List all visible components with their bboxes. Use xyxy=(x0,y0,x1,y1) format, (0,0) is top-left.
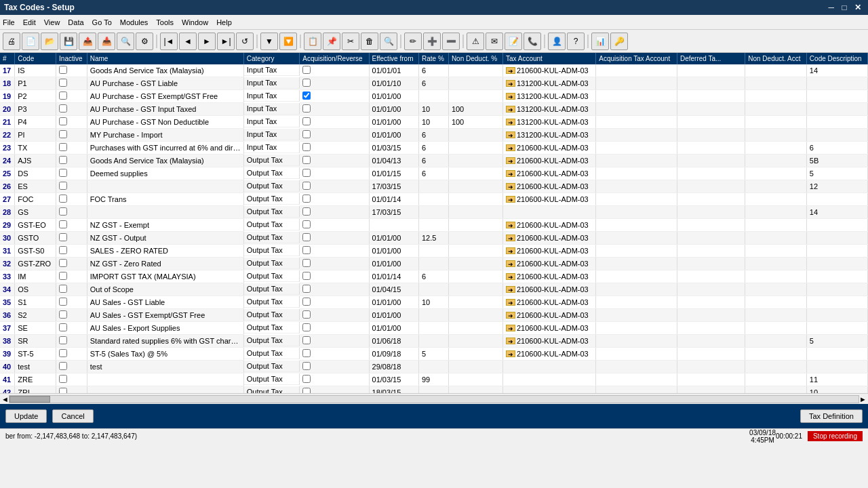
cell-inactive[interactable] xyxy=(56,193,87,206)
inactive-checkbox[interactable] xyxy=(59,79,67,87)
acquisition-checkbox[interactable] xyxy=(302,220,311,228)
cell-inactive[interactable] xyxy=(56,103,87,116)
acquisition-checkbox[interactable] xyxy=(302,388,311,393)
tax-account-arrow-icon[interactable]: ➜ xyxy=(506,325,515,331)
cell-inactive[interactable] xyxy=(56,142,87,155)
acquisition-checkbox[interactable] xyxy=(302,117,311,125)
acquisition-checkbox[interactable] xyxy=(302,310,311,319)
inactive-checkbox[interactable] xyxy=(59,298,67,306)
cell-acquisition[interactable] xyxy=(300,206,369,219)
copy-button[interactable]: 📋 xyxy=(304,33,321,50)
acquisition-checkbox[interactable] xyxy=(302,79,311,87)
help-button[interactable]: ? xyxy=(567,33,585,50)
cell-acquisition[interactable] xyxy=(300,373,369,386)
cell-acquisition[interactable] xyxy=(300,232,369,245)
cut-button[interactable]: ✂ xyxy=(342,33,359,50)
minimize-icon[interactable]: ─ xyxy=(829,3,835,12)
inactive-checkbox[interactable] xyxy=(59,375,67,383)
tax-account-arrow-icon[interactable]: ➜ xyxy=(506,235,515,241)
remove-button[interactable]: ➖ xyxy=(442,33,460,50)
stop-recording-button[interactable]: Stop recording xyxy=(808,431,863,441)
acquisition-checkbox[interactable] xyxy=(302,362,311,370)
export-button[interactable]: 📤 xyxy=(79,33,96,50)
inactive-checkbox[interactable] xyxy=(59,182,67,190)
acquisition-checkbox[interactable] xyxy=(302,207,311,216)
cell-acquisition[interactable] xyxy=(300,77,369,90)
menu-help[interactable]: Help xyxy=(216,18,232,26)
inactive-checkbox[interactable] xyxy=(59,233,67,241)
cell-inactive[interactable] xyxy=(56,155,87,167)
cell-acquisition[interactable] xyxy=(300,386,369,394)
cell-inactive[interactable] xyxy=(56,258,87,270)
cell-acquisition[interactable] xyxy=(300,155,369,167)
acquisition-checkbox[interactable] xyxy=(302,169,311,177)
next-button[interactable]: ► xyxy=(198,33,216,50)
acquisition-checkbox[interactable] xyxy=(302,323,311,331)
cell-inactive[interactable] xyxy=(56,373,87,386)
inactive-checkbox[interactable] xyxy=(59,388,67,393)
tax-account-arrow-icon[interactable]: ➜ xyxy=(506,144,515,151)
note-button[interactable]: 📝 xyxy=(505,33,522,50)
tax-definition-button[interactable]: Tax Definition xyxy=(800,409,863,423)
cell-inactive[interactable] xyxy=(56,219,87,232)
cell-inactive[interactable] xyxy=(56,64,87,77)
cell-inactive[interactable] xyxy=(56,296,87,309)
tax-account-arrow-icon[interactable]: ➜ xyxy=(506,67,515,74)
refresh-button[interactable]: ↺ xyxy=(236,33,254,50)
cell-inactive[interactable] xyxy=(56,270,87,283)
cell-inactive[interactable] xyxy=(56,309,87,322)
tax-account-arrow-icon[interactable]: ➜ xyxy=(506,106,515,113)
menu-view[interactable]: View xyxy=(44,18,60,26)
tax-account-arrow-icon[interactable]: ➜ xyxy=(506,131,515,138)
cell-acquisition[interactable] xyxy=(300,258,369,270)
tax-account-arrow-icon[interactable]: ➜ xyxy=(506,157,515,164)
acquisition-checkbox[interactable] xyxy=(302,104,311,113)
save-button[interactable]: 💾 xyxy=(60,33,77,50)
acquisition-checkbox[interactable] xyxy=(302,259,311,267)
search-button[interactable]: 🔍 xyxy=(380,33,397,50)
cell-inactive[interactable] xyxy=(56,245,87,258)
tax-account-arrow-icon[interactable]: ➜ xyxy=(506,93,515,100)
add-button[interactable]: ➕ xyxy=(423,33,441,50)
cell-inactive[interactable] xyxy=(56,90,87,103)
inactive-checkbox[interactable] xyxy=(59,207,67,216)
cell-inactive[interactable] xyxy=(56,116,87,129)
key-button[interactable]: 🔑 xyxy=(610,33,628,50)
cell-inactive[interactable] xyxy=(56,206,87,219)
cell-acquisition[interactable] xyxy=(300,245,369,258)
acquisition-checkbox[interactable] xyxy=(302,233,311,241)
cell-acquisition[interactable] xyxy=(300,167,369,180)
import-button[interactable]: 📥 xyxy=(98,33,115,50)
update-button[interactable]: Update xyxy=(5,409,47,423)
inactive-checkbox[interactable] xyxy=(59,143,67,151)
acquisition-checkbox[interactable] xyxy=(302,285,311,293)
cell-inactive[interactable] xyxy=(56,77,87,90)
inactive-checkbox[interactable] xyxy=(59,117,67,125)
table-container[interactable]: # Code Inactive Name Category Acquisitio… xyxy=(0,53,868,393)
inactive-checkbox[interactable] xyxy=(59,349,67,357)
cell-acquisition[interactable] xyxy=(300,270,369,283)
tax-account-arrow-icon[interactable]: ➜ xyxy=(506,170,515,177)
tax-account-arrow-icon[interactable]: ➜ xyxy=(506,196,515,203)
acquisition-checkbox[interactable] xyxy=(302,143,311,151)
cell-acquisition[interactable] xyxy=(300,64,369,77)
cell-inactive[interactable] xyxy=(56,386,87,394)
cell-inactive[interactable] xyxy=(56,322,87,335)
menu-edit[interactable]: Edit xyxy=(23,18,36,26)
inactive-checkbox[interactable] xyxy=(59,169,67,177)
first-button[interactable]: |◄ xyxy=(160,33,178,50)
print-button[interactable]: 🖨 xyxy=(3,33,20,50)
acquisition-checkbox[interactable] xyxy=(302,246,311,254)
acquisition-checkbox[interactable] xyxy=(302,349,311,357)
tax-account-arrow-icon[interactable]: ➜ xyxy=(506,286,515,293)
tax-account-arrow-icon[interactable]: ➜ xyxy=(506,80,515,87)
cell-acquisition[interactable] xyxy=(300,129,369,142)
cell-acquisition[interactable] xyxy=(300,296,369,309)
inactive-checkbox[interactable] xyxy=(59,336,67,344)
cell-inactive[interactable] xyxy=(56,180,87,193)
tax-account-arrow-icon[interactable]: ➜ xyxy=(506,247,515,254)
inactive-checkbox[interactable] xyxy=(59,272,67,280)
open-button[interactable]: 📂 xyxy=(41,33,58,50)
tax-account-arrow-icon[interactable]: ➜ xyxy=(506,183,515,190)
tax-account-arrow-icon[interactable]: ➜ xyxy=(506,222,515,228)
